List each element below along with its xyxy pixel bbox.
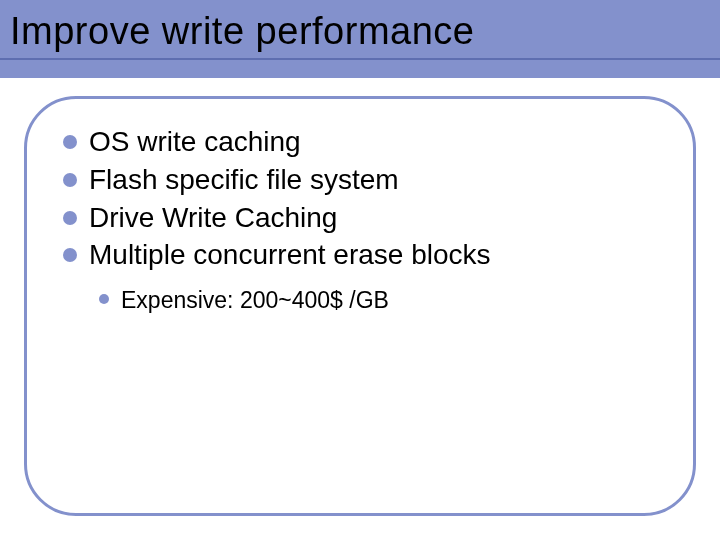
header-underline — [0, 58, 720, 60]
bullet-item: Drive Write Caching — [61, 199, 659, 237]
sub-bullet-list: Expensive: 200~400$ /GB — [99, 284, 659, 316]
bullet-item: Flash specific file system — [61, 161, 659, 199]
slide-title: Improve write performance — [10, 10, 474, 53]
bullet-item: OS write caching — [61, 123, 659, 161]
bullet-item: Multiple concurrent erase blocks — [61, 236, 659, 274]
bullet-list: OS write caching Flash specific file sys… — [61, 123, 659, 274]
sub-bullet-item: Expensive: 200~400$ /GB — [99, 284, 659, 316]
content-card: OS write caching Flash specific file sys… — [24, 96, 696, 516]
